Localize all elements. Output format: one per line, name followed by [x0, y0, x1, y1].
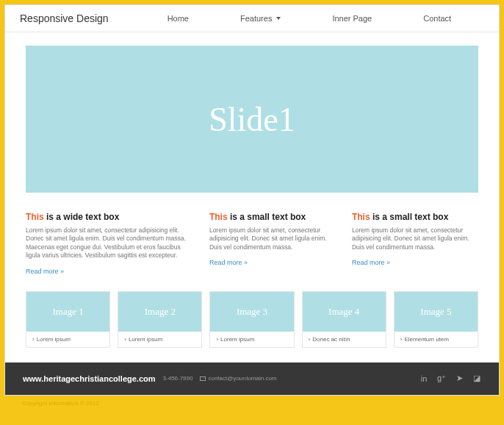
envelope-icon [200, 376, 206, 381]
brand-title: Responsive Design [20, 12, 109, 24]
footer: www.heritagechristiancollege.com 3-456-7… [5, 362, 499, 395]
chevron-right-icon: › [32, 336, 35, 343]
thumb-3[interactable]: Image 3 ›Lorem ipsum [209, 291, 294, 348]
twitter-icon[interactable]: ➤ [455, 374, 464, 383]
thumb-5[interactable]: Image 5 ›Elementum utem [394, 291, 478, 348]
chevron-right-icon: › [400, 336, 403, 343]
col-body: Lorem ipsum dolor sit amet, consectetur … [352, 226, 478, 251]
linkedin-icon[interactable]: in [420, 374, 428, 383]
chevron-right-icon: › [216, 336, 218, 343]
nav-contact[interactable]: Contact [423, 14, 451, 23]
col-small-2: This is a small text box Lorem ipsum dol… [352, 212, 478, 275]
nav-home[interactable]: Home [168, 14, 189, 23]
chevron-right-icon: › [309, 336, 311, 343]
googleplus-icon[interactable]: g⁺ [437, 374, 446, 383]
main-nav: Home Features Inner Page Contact [168, 14, 452, 23]
nav-features[interactable]: Features [240, 14, 281, 23]
text-columns: This is a wide text box Lorem ipsum dolo… [26, 212, 478, 275]
thumb-2[interactable]: Image 2 ›Lorem ipsum [118, 291, 202, 348]
copyright: Copyright Information © 2012 [4, 396, 500, 411]
social-icons: in g⁺ ➤ ◪ [420, 374, 481, 383]
chevron-down-icon [276, 17, 281, 20]
header: Responsive Design Home Features Inner Pa… [5, 5, 499, 32]
hero-title: Slide1 [209, 100, 295, 139]
read-more-link[interactable]: Read more » [26, 268, 193, 275]
read-more-link[interactable]: Read more » [209, 259, 336, 266]
thumb-4[interactable]: Image 4 ›Donec ac nibh [302, 291, 386, 348]
col-small-1: This is a small text box Lorem ipsum dol… [209, 212, 336, 275]
col-wide: This is a wide text box Lorem ipsum dolo… [26, 212, 193, 275]
hero-slide: Slide1 [26, 46, 478, 193]
thumb-1[interactable]: Image 1 ›Lorem ipsum [26, 291, 110, 348]
thumbnail-row: Image 1 ›Lorem ipsum Image 2 ›Lorem ipsu… [26, 291, 478, 348]
footer-phone: 3-456-7890 [163, 375, 193, 382]
nav-inner-page[interactable]: Inner Page [332, 14, 372, 23]
col-body: Lorem ipsum dolor sit amet, consectetur … [209, 226, 336, 251]
chevron-right-icon: › [124, 336, 126, 343]
footer-domain: www.heritagechristiancollege.com [23, 374, 156, 383]
facebook-icon[interactable]: ◪ [472, 374, 481, 383]
col-body: Lorem ipsum dolor sit amet, consectetur … [26, 226, 193, 260]
read-more-link[interactable]: Read more » [352, 259, 478, 266]
footer-email: contact@yourdomain.com [200, 375, 276, 382]
